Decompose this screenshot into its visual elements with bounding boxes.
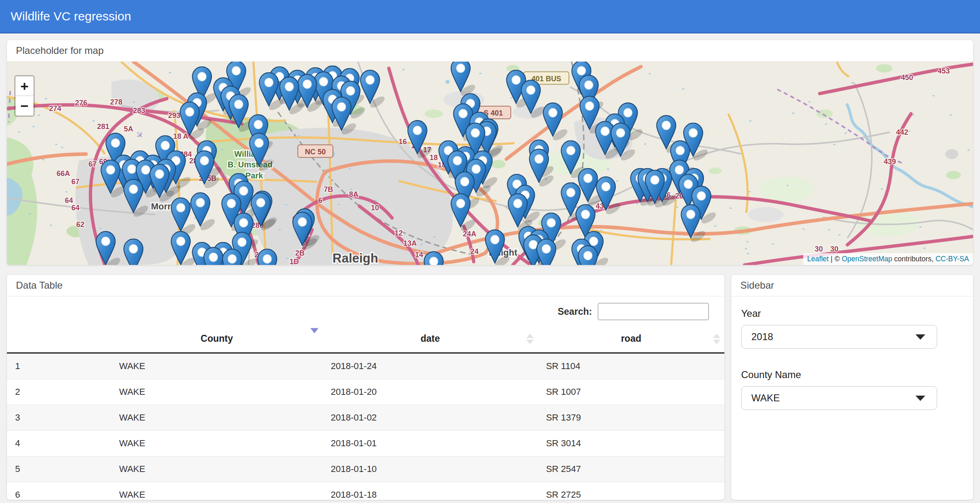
- table-cell: SR 1104: [538, 353, 724, 379]
- table-body: 1WAKE2018-01-24SR 11042WAKE2018-01-20SR …: [7, 353, 724, 501]
- exit-number-label: 442: [896, 128, 908, 136]
- table-row: 5WAKE2018-01-10SR 2547: [7, 456, 724, 482]
- attribution-text: | ©: [829, 255, 842, 263]
- column-header-date[interactable]: date: [323, 325, 538, 353]
- data-table: Countydateroad 1WAKE2018-01-24SR 11042WA…: [7, 325, 724, 500]
- table-row: 3WAKE2018-01-02SR 1379: [7, 405, 724, 431]
- map-card: Placeholder for map: [7, 40, 973, 265]
- sort-desc-icon: [310, 333, 318, 344]
- table-cell: WAKE: [111, 431, 323, 456]
- table-cell: 2018-01-18: [323, 482, 538, 501]
- map-canvas: 2742762782832932815A18 A284284285B287289…: [7, 62, 973, 265]
- row-number-cell: 5: [7, 456, 111, 482]
- route-shield: NC 50: [298, 145, 333, 158]
- column-header-county[interactable]: County: [111, 325, 323, 353]
- exit-number-label: 5A: [124, 125, 133, 133]
- app-title: Wildlife VC regression: [11, 9, 131, 23]
- exit-number-label: 450: [901, 73, 913, 82]
- search-input[interactable]: [598, 303, 709, 320]
- map-card-header: Placeholder for map: [7, 40, 973, 62]
- exit-number-label: 64: [71, 203, 80, 212]
- map-marker-pin[interactable]: [578, 246, 597, 265]
- table-cell: 2018-01-01: [323, 431, 538, 456]
- sort-icon: [713, 334, 720, 344]
- exit-number-label: 6: [318, 196, 322, 204]
- table-cell: WAKE: [111, 405, 323, 431]
- map-zoom-control: + −: [14, 75, 35, 117]
- table-cell: SR 1007: [538, 379, 724, 405]
- table-cell: SR 2725: [538, 482, 724, 501]
- exit-number-label: 14: [415, 250, 423, 259]
- year-label: Year: [741, 308, 963, 319]
- table-cell: 2018-01-24: [323, 353, 538, 379]
- table-row: 2WAKE2018-01-20SR 1007: [7, 379, 724, 405]
- zoom-in-button[interactable]: +: [16, 76, 33, 96]
- table-header-row: Countydateroad: [7, 325, 724, 353]
- map-marker-pin[interactable]: [204, 247, 223, 265]
- map-marker-pin[interactable]: [258, 249, 277, 265]
- exit-number-label: 281: [97, 122, 109, 130]
- table-cell: SR 1379: [538, 405, 724, 431]
- year-select-value: 2018: [751, 331, 773, 343]
- exit-number-label: 18 A: [173, 132, 188, 140]
- chevron-down-icon: [915, 396, 925, 401]
- exit-number-label: 1D: [290, 257, 299, 265]
- row-number-cell: 6: [7, 482, 111, 501]
- county-name-label: County Name: [741, 369, 963, 381]
- exit-number-label: 10: [371, 203, 379, 212]
- leaflet-link[interactable]: Leaflet: [807, 255, 829, 263]
- exit-number-label: 8A: [349, 190, 359, 198]
- exit-number-label: 439: [884, 157, 896, 166]
- exit-number-label: 2B: [295, 249, 305, 257]
- exit-number-label: 30: [830, 245, 838, 253]
- zoom-out-button[interactable]: −: [16, 96, 33, 116]
- exit-number-label: 283: [133, 106, 145, 114]
- exit-number-label: 13A: [403, 238, 417, 247]
- park-label: Park: [245, 171, 263, 180]
- table-cell: WAKE: [111, 379, 323, 405]
- attribution-text: contributors,: [892, 255, 935, 263]
- exit-number-label: 16: [399, 137, 407, 145]
- exit-number-label: 62: [76, 220, 85, 229]
- row-number-cell: 2: [7, 379, 111, 405]
- sidebar-card: Sidebar Year 2018 County Name WAKE: [731, 274, 973, 500]
- exit-number-label: 274: [49, 104, 62, 113]
- exit-number-label: 67: [71, 177, 80, 186]
- city-label: Raleigh: [332, 251, 378, 265]
- county-select-value: WAKE: [751, 392, 780, 404]
- map-marker-pin[interactable]: [223, 249, 242, 265]
- column-header-road[interactable]: road: [538, 325, 724, 353]
- page: Placeholder for map: [0, 33, 980, 500]
- exit-number-label: 30: [815, 245, 823, 253]
- chevron-down-icon: [915, 334, 925, 340]
- table-row: 6WAKE2018-01-18SR 2725: [7, 482, 724, 501]
- table-row: 1WAKE2018-01-24SR 1104: [7, 353, 724, 379]
- map-attribution: Leaflet | © OpenStreetMap contributors, …: [803, 253, 973, 265]
- table-cell: SR 3014: [538, 431, 724, 456]
- table-row: 4WAKE2018-01-01SR 3014: [7, 431, 724, 456]
- lower-section: Data Table Search: Countydateroad 1WAKE2…: [7, 274, 973, 500]
- row-number-cell: 3: [7, 405, 111, 431]
- exit-number-label: 18: [430, 153, 438, 162]
- exit-number-label: 453: [938, 67, 950, 75]
- row-number-cell: 1: [7, 353, 111, 379]
- year-select[interactable]: 2018: [741, 325, 937, 349]
- osm-link[interactable]: OpenStreetMap: [842, 255, 892, 263]
- leaflet-map[interactable]: 2742762782832932815A18 A284284285B287289…: [7, 62, 973, 265]
- exit-number-label: 7B: [324, 185, 333, 194]
- table-cell: WAKE: [111, 456, 323, 482]
- data-table-card: Data Table Search: Countydateroad 1WAKE2…: [7, 274, 725, 500]
- county-name-select[interactable]: WAKE: [741, 386, 937, 410]
- navbar: Wildlife VC regression: [0, 0, 980, 33]
- exit-number-label: 276: [75, 98, 87, 107]
- search-label: Search:: [558, 306, 592, 317]
- data-table-card-header: Data Table: [7, 275, 724, 296]
- license-link[interactable]: CC-BY-SA: [935, 255, 969, 263]
- svg-text:NC 50: NC 50: [305, 147, 326, 156]
- table-cell: SR 2547: [538, 456, 724, 482]
- sidebar-body: Year 2018 County Name WAKE: [731, 296, 973, 419]
- exit-number-label: 66A: [56, 169, 70, 178]
- exit-number-label: 67: [89, 160, 97, 168]
- table-cell: 2018-01-02: [323, 405, 538, 431]
- table-cell: 2018-01-20: [323, 379, 538, 405]
